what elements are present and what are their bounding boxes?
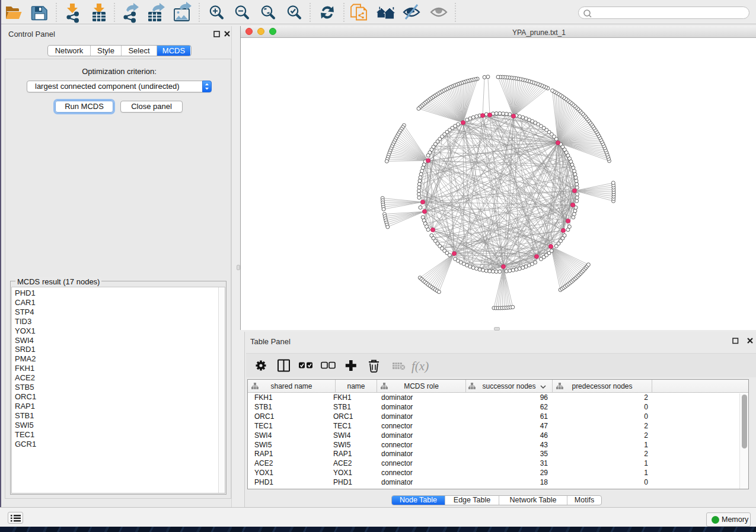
svg-text:f(x): f(x) (412, 359, 429, 373)
